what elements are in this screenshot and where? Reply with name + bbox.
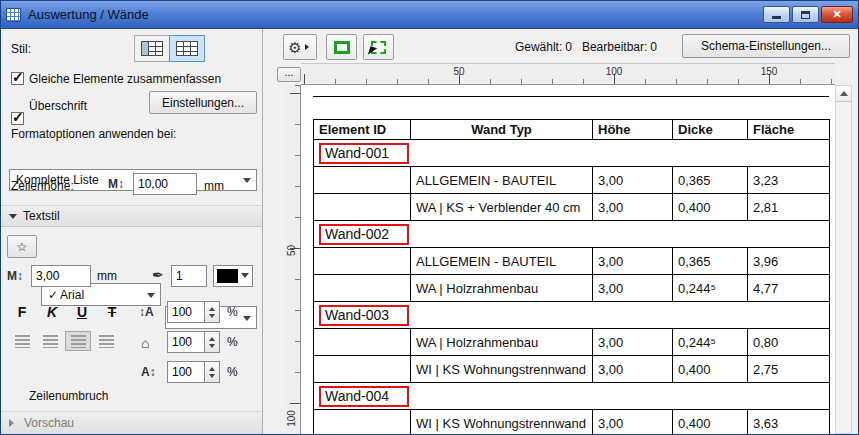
hoehe-cell[interactable]: 3,00 [593, 167, 673, 194]
column-header-dicke[interactable]: Dicke [673, 120, 748, 140]
flaeche-cell[interactable]: 4,77 [748, 275, 830, 302]
wand-typ-cell[interactable]: ALLGEMEIN - BAUTEIL [411, 248, 593, 275]
group-row[interactable]: Wand-003 [314, 302, 830, 329]
column-header-hoehe[interactable]: Höhe [593, 120, 673, 140]
title-bar[interactable]: Auswertung / Wände ✕ [1, 1, 858, 29]
line-spacing-input[interactable] [167, 301, 205, 323]
hoehe-cell[interactable]: 3,00 [593, 275, 673, 302]
element-id-cell[interactable] [314, 194, 411, 221]
text-color-button[interactable] [213, 265, 253, 287]
maximize-icon [801, 11, 810, 19]
dicke-cell[interactable]: 0,400 [673, 410, 748, 435]
hoehe-cell[interactable]: 3,00 [593, 356, 673, 383]
italic-button[interactable]: K [39, 301, 65, 323]
schedule-canvas[interactable]: Element IDWand TypHöheDickeFläche Wand-0… [301, 85, 835, 434]
char-spacing-input[interactable] [167, 361, 205, 383]
column-header-flaeche[interactable]: Fläche [748, 120, 830, 140]
close-button[interactable]: ✕ [821, 6, 853, 23]
wand-typ-cell[interactable]: WI | KS Wohnungstrennwand [411, 356, 593, 383]
wand-typ-cell[interactable]: ALLGEMEIN - BAUTEIL [411, 167, 593, 194]
element-id-cell[interactable]: Wand-002 [314, 221, 830, 248]
schedule-grid-icon [6, 8, 21, 22]
style-grid-button[interactable] [169, 35, 205, 62]
hoehe-cell[interactable]: 3,00 [593, 410, 673, 435]
group-row[interactable]: Wand-002 [314, 221, 830, 248]
wand-typ-cell[interactable]: WI | KS Wohnungstrennwand [411, 410, 593, 435]
element-id-cell[interactable] [314, 329, 411, 356]
underline-button[interactable]: U [69, 301, 95, 323]
merge-elements-checkbox[interactable] [11, 72, 24, 85]
data-row[interactable]: WA | KS + Verblender 40 cm3,000,4002,81 [314, 194, 830, 221]
data-row[interactable]: WA | Holzrahmenbau3,000,244⁵4,77 [314, 275, 830, 302]
dicke-cell[interactable]: 0,365 [673, 167, 748, 194]
align-right-button[interactable] [65, 331, 91, 351]
element-id-field[interactable]: Wand-002 [319, 224, 409, 245]
textstil-section-header[interactable]: Textstil [1, 205, 262, 227]
minimize-button[interactable] [763, 6, 790, 23]
dicke-cell[interactable]: 0,400 [673, 356, 748, 383]
einstellungen-button[interactable]: Einstellungen... [149, 91, 257, 114]
align-justify-button[interactable] [93, 331, 119, 351]
vorschau-section-header[interactable]: Vorschau [1, 411, 262, 435]
ruler-options-button[interactable]: ... [277, 67, 301, 82]
dicke-cell[interactable]: 0,365 [673, 248, 748, 275]
width-factor-input[interactable] [167, 331, 205, 353]
dicke-cell[interactable]: 0,244⁵ [673, 275, 748, 302]
select-region-button[interactable] [326, 34, 357, 60]
data-row[interactable]: WI | KS Wohnungstrennwand3,000,4003,63 [314, 410, 830, 435]
dicke-cell[interactable]: 0,400 [673, 194, 748, 221]
maximize-button[interactable] [792, 6, 819, 23]
group-row[interactable]: Wand-001 [314, 140, 830, 167]
ueberschrift-checkbox[interactable] [11, 112, 24, 125]
wand-typ-cell[interactable]: WA | KS + Verblender 40 cm [411, 194, 593, 221]
hoehe-cell[interactable]: 3,00 [593, 248, 673, 275]
element-id-cell[interactable] [314, 410, 411, 435]
schedule-settings-menu-button[interactable]: ⚙ [283, 34, 317, 60]
wand-typ-cell[interactable]: WA | Holzrahmenbau [411, 275, 593, 302]
vertical-scrollbar[interactable] [835, 85, 852, 434]
flaeche-cell[interactable]: 3,23 [748, 167, 830, 194]
favorite-style-button[interactable]: ☆ [7, 235, 37, 258]
align-center-button[interactable] [37, 331, 63, 351]
element-id-field[interactable]: Wand-004 [319, 386, 409, 407]
data-row[interactable]: ALLGEMEIN - BAUTEIL3,000,3653,23 [314, 167, 830, 194]
width-factor-stepper[interactable] [205, 331, 220, 353]
strikethrough-button[interactable]: T [99, 301, 125, 323]
data-row[interactable]: ALLGEMEIN - BAUTEIL3,000,3653,96 [314, 248, 830, 275]
flaeche-cell[interactable]: 2,75 [748, 356, 830, 383]
data-row[interactable]: WA | Holzrahmenbau3,000,244⁵0,80 [314, 329, 830, 356]
align-left-button[interactable] [9, 331, 35, 351]
element-id-field[interactable]: Wand-003 [319, 305, 409, 326]
flaeche-cell[interactable]: 2,81 [748, 194, 830, 221]
element-id-cell[interactable] [314, 167, 411, 194]
element-id-cell[interactable] [314, 356, 411, 383]
column-header-wand-typ[interactable]: Wand Typ [411, 120, 593, 140]
element-id-cell[interactable]: Wand-003 [314, 302, 830, 329]
dicke-cell[interactable]: 0,244⁵ [673, 329, 748, 356]
style-list-button[interactable] [134, 35, 170, 62]
flaeche-cell[interactable]: 0,80 [748, 329, 830, 356]
wand-typ-cell[interactable]: WA | Holzrahmenbau [411, 329, 593, 356]
hoehe-cell[interactable]: 3,00 [593, 194, 673, 221]
element-id-field[interactable]: Wand-001 [319, 143, 409, 164]
bold-button[interactable]: F [9, 301, 35, 323]
select-elements-button[interactable] [363, 34, 394, 60]
group-row[interactable]: Wand-004 [314, 383, 830, 410]
scrollbar-up-button[interactable] [836, 86, 851, 102]
schema-einstellungen-button[interactable]: Schema-Einstellungen... [682, 34, 850, 58]
element-id-cell[interactable]: Wand-004 [314, 383, 830, 410]
flaeche-cell[interactable]: 3,96 [748, 248, 830, 275]
grid-style-icon [176, 41, 198, 56]
hoehe-cell[interactable]: 3,00 [593, 329, 673, 356]
element-id-cell[interactable]: Wand-001 [314, 140, 830, 167]
row-height-input[interactable] [133, 173, 197, 195]
flaeche-cell[interactable]: 3,63 [748, 410, 830, 435]
element-id-cell[interactable] [314, 275, 411, 302]
column-header-element-id[interactable]: Element ID [314, 120, 411, 140]
char-spacing-stepper[interactable] [205, 361, 220, 383]
element-id-cell[interactable] [314, 248, 411, 275]
font-size-input[interactable] [31, 265, 91, 287]
line-spacing-stepper[interactable] [205, 301, 220, 323]
data-row[interactable]: WI | KS Wohnungstrennwand3,000,4002,75 [314, 356, 830, 383]
pen-number-input[interactable] [171, 265, 207, 287]
